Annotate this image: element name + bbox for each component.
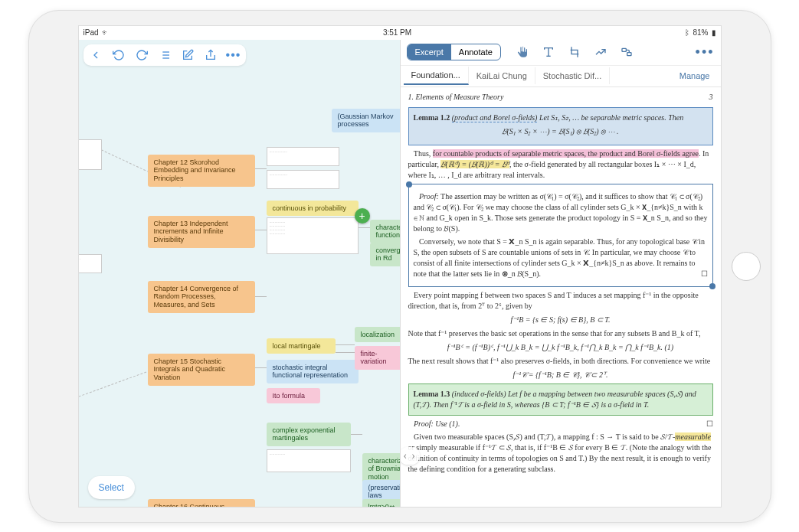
node-char-fn[interactable]: character functions bbox=[370, 220, 400, 244]
selection-handle-br[interactable] bbox=[709, 283, 715, 289]
right-toolbar: Excerpt Annotate ••• bbox=[401, 40, 721, 66]
math-eq-1: f⁻¹Bᶜ = (f⁻¹B)ᶜ, f⁻¹⋃_k B_k = ⋃_k f⁻¹B_k… bbox=[408, 342, 713, 353]
node-thumb-ch13[interactable]: ········································… bbox=[267, 217, 359, 254]
home-button[interactable] bbox=[732, 252, 761, 281]
node-limtg[interactable]: lmtg>0⇔ exp.lmtg bbox=[362, 499, 400, 508]
paragraph-1: Thus, for countable products of separabl… bbox=[408, 149, 713, 181]
mindmap-pane[interactable]: ••• Select ········· (Gaussian Markov pr… bbox=[79, 40, 400, 508]
undo-button[interactable] bbox=[111, 47, 126, 63]
right-more-button[interactable]: ••• bbox=[696, 44, 715, 60]
doc-page-number: 3 bbox=[709, 92, 713, 103]
lemma-1-2-body: Let S₁, S₂, … be separable metric spaces… bbox=[539, 113, 683, 122]
tab-kailai[interactable]: KaiLai Chung bbox=[469, 67, 535, 84]
math-inverse-def: f⁻¹B = {s ∈ S; f(s) ∈ B}, B ⊂ T. bbox=[408, 315, 713, 325]
lemma-1-2-title: Lemma 1.2 bbox=[414, 113, 450, 122]
node-thumb-ch12a[interactable]: ················· bbox=[267, 147, 339, 166]
node-ch14[interactable]: Chapter 14 Convergence of Random Process… bbox=[148, 281, 255, 313]
back-button[interactable] bbox=[88, 47, 103, 63]
bluetooth-icon: ᛒ bbox=[685, 28, 689, 37]
node-complex-exp[interactable]: complex exponential martingales bbox=[267, 423, 351, 447]
node-ch12[interactable]: Chapter 12 Skorohod Embedding and Invari… bbox=[148, 155, 255, 187]
excerpt-mode[interactable]: Excerpt bbox=[408, 44, 451, 60]
document-pane: Excerpt Annotate ••• Found bbox=[400, 40, 721, 508]
left-toolbar: ••• bbox=[84, 44, 246, 66]
lemma-1-2-box[interactable]: Lemma 1.2 (product and Borel σ-fields) L… bbox=[408, 107, 713, 145]
node-thumb-exp[interactable]: ··············· bbox=[267, 449, 351, 472]
proof-label: Proof: bbox=[419, 192, 439, 201]
lemma-1-2-math: 𝓑(S₁ × S₂ × ⋯) = 𝓑(S₁) ⊗ 𝓑(S₂) ⊗ ⋯ . bbox=[414, 126, 708, 137]
selection-handle-tl[interactable] bbox=[406, 181, 412, 188]
highlight-brd[interactable]: 𝓑(ℝᵈ) = (𝓑(ℝ))ᵈ = 𝓑ᵈ bbox=[440, 160, 509, 168]
document-tabs: Foundation... KaiLai Chung Stochastic Di… bbox=[401, 66, 721, 87]
proof-1-3: Proof: Use (1). ☐ bbox=[408, 419, 713, 429]
more-button[interactable]: ••• bbox=[226, 47, 241, 63]
next-page-button[interactable]: › bbox=[410, 449, 417, 464]
highlight-product-borel[interactable]: for countable products of separable metr… bbox=[433, 149, 699, 158]
proof-selection-box[interactable]: Proof: The assertion may be written as σ… bbox=[408, 184, 713, 287]
tab-foundation[interactable]: Foundation... bbox=[404, 67, 469, 85]
paragraph-4: The next result shows that f⁻¹ also pres… bbox=[408, 356, 713, 367]
select-button[interactable]: Select bbox=[88, 476, 135, 499]
document-viewer[interactable]: ‹ › 1. Elements of Measure Theory 3 Lemm… bbox=[401, 87, 721, 508]
math-inverse-class: f⁻¹𝒞 = {f⁻¹B; B ∈ 𝒞}, 𝒞 ⊂ 2ᵀ. bbox=[408, 370, 713, 380]
node-finite-var[interactable]: finite-variation bbox=[355, 346, 400, 370]
highlight-measurable[interactable]: measurable bbox=[675, 432, 711, 441]
node-ito[interactable]: Ito formula bbox=[267, 388, 320, 404]
page-nav: ‹ › bbox=[401, 447, 420, 465]
lemma-1-3-box[interactable]: Lemma 1.3 (induced σ-fields) Let f be a … bbox=[408, 383, 713, 416]
qed-symbol-2: ☐ bbox=[706, 419, 713, 429]
list-button[interactable] bbox=[157, 47, 172, 63]
lasso-tool-icon[interactable] bbox=[593, 44, 608, 60]
prev-page-button[interactable]: ‹ bbox=[402, 449, 409, 464]
doc-section-title: 1. Elements of Measure Theory bbox=[408, 92, 504, 103]
redo-button[interactable] bbox=[134, 47, 149, 63]
proof-text-2: Conversely, we note that S = 𝗫_n S_n is … bbox=[414, 237, 706, 278]
status-bar: iPad ᯤ 3:51 PM ᛒ 81% ▮ bbox=[79, 26, 721, 40]
wifi-icon: ᯤ bbox=[102, 28, 110, 37]
svg-rect-9 bbox=[622, 48, 626, 51]
node-stoch-int[interactable]: stochastic integral functional represent… bbox=[267, 360, 359, 384]
tab-manage[interactable]: Manage bbox=[672, 67, 718, 84]
clock: 3:51 PM bbox=[383, 28, 411, 37]
node-conv-rd[interactable]: convergence in Rd bbox=[370, 243, 400, 267]
node-cont-prob[interactable]: continuous in probability bbox=[267, 201, 359, 217]
node-thumb[interactable]: ········· bbox=[79, 139, 102, 170]
lemma-1-3-title: Lemma 1.3 bbox=[414, 390, 450, 398]
text-tool-icon[interactable] bbox=[541, 44, 556, 60]
share-button[interactable] bbox=[203, 47, 218, 63]
paragraph-5: Given two measurable spaces (S,𝓢) and (T… bbox=[408, 432, 713, 475]
annotate-mode[interactable]: Annotate bbox=[451, 44, 500, 60]
node-ch13[interactable]: Chapter 13 Independent Increments and In… bbox=[148, 216, 255, 248]
mode-segment[interactable]: Excerpt Annotate bbox=[407, 44, 501, 60]
device-label: iPad bbox=[84, 28, 99, 37]
tab-stochastic[interactable]: Stochastic Dif... bbox=[535, 67, 610, 84]
node-ch16[interactable]: Chapter 16 Continuous Martingales and Br… bbox=[148, 499, 255, 508]
node-local-mart[interactable]: local martingale bbox=[267, 338, 336, 354]
proof-text-1: The assertion may be written as σ(𝒞₁) = … bbox=[414, 192, 708, 233]
battery-icon: ▮ bbox=[712, 28, 716, 37]
paragraph-3: Note that f⁻¹ preserves the basic set op… bbox=[408, 328, 713, 339]
svg-rect-10 bbox=[627, 53, 631, 56]
edit-button[interactable] bbox=[180, 47, 195, 63]
hand-tool-icon[interactable] bbox=[515, 44, 530, 60]
node-localization[interactable]: localization bbox=[355, 327, 400, 343]
paragraph-2: Every point mapping f between two spaces… bbox=[408, 290, 713, 312]
add-node-button[interactable]: + bbox=[355, 208, 370, 224]
node-thumb-ch12b[interactable]: ················· bbox=[267, 170, 339, 189]
battery-label: 81% bbox=[693, 28, 708, 37]
node-gaussian[interactable]: (Gaussian Markov processes bbox=[332, 109, 400, 133]
lemma-1-3-sub: (induced σ-fields) bbox=[452, 390, 506, 398]
crop-tool-icon[interactable] bbox=[567, 44, 582, 60]
node-ch15[interactable]: Chapter 15 Stochastic Integrals and Quad… bbox=[148, 354, 255, 386]
qed-symbol: ☐ bbox=[701, 269, 708, 279]
lemma-1-2-sub: (product and Borel σ-fields) bbox=[452, 113, 538, 122]
link-tool-icon[interactable] bbox=[619, 44, 634, 60]
node-thumb-left[interactable]: ······ bbox=[79, 254, 102, 273]
